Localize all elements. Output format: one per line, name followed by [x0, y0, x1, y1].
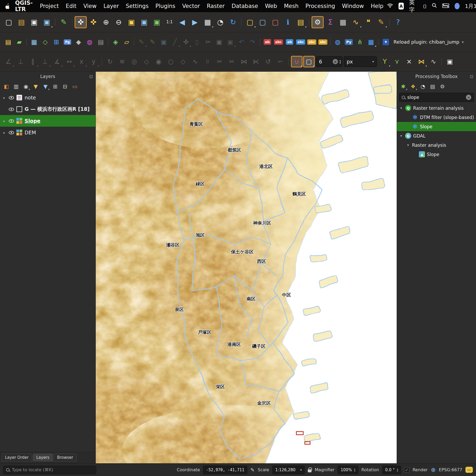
processing-model-button[interactable]: ✱▾	[399, 82, 408, 91]
tab-layer-order[interactable]: Layer Order	[2, 454, 32, 461]
temporal-controller-button[interactable]: ◔	[214, 16, 226, 28]
menu-database[interactable]: Database	[228, 3, 262, 9]
select-by-value-tool[interactable]: ▢	[257, 16, 269, 28]
x-constraint-button[interactable]: x▾	[76, 56, 87, 67]
filter-legend-button[interactable]: ▼	[31, 82, 40, 91]
style-manager-button[interactable]: ✎	[58, 16, 70, 28]
reshape-features-tool[interactable]: ∿	[189, 56, 201, 67]
merge-attributes-tool[interactable]: ⋉	[250, 56, 262, 67]
diagram-options-button[interactable]: abc	[317, 36, 328, 48]
delete-ring-tool[interactable]: ○	[165, 56, 177, 67]
help-button[interactable]: ?	[392, 16, 404, 28]
layer-visibility-eye-icon[interactable]	[9, 108, 14, 111]
rotation-spinbox[interactable]: 0.0 °▴▾	[382, 466, 401, 474]
processing-panel-float-icon[interactable]: ⊡	[470, 74, 473, 79]
merge-features-tool[interactable]: ⋈	[238, 56, 250, 67]
cut-features-button[interactable]: ✂	[203, 36, 214, 48]
add-group-button[interactable]: ▥	[12, 82, 20, 91]
layer-row-g-r-18[interactable]: G — 横浜市行政区画R [18]	[0, 103, 95, 115]
clear-search-icon[interactable]: ×	[466, 95, 471, 100]
processing-history-button[interactable]: ◔	[419, 82, 427, 91]
snapping-toggle-button[interactable]: ∪▾	[291, 56, 303, 67]
add-postgis-layer-button[interactable]: Pg	[62, 36, 73, 48]
label-rotate-button[interactable]: abc	[295, 36, 306, 48]
panel-float-icon[interactable]: ⊡	[89, 74, 93, 79]
current-edits-button[interactable]: ✎▾	[136, 36, 147, 48]
label-change-button[interactable]: abc	[306, 36, 317, 48]
label-pin-button[interactable]: ab	[262, 36, 273, 48]
model-designer-button[interactable]: ⋔	[354, 36, 365, 48]
toggle-editing-button[interactable]: ✎	[147, 36, 158, 48]
manage-map-themes-button[interactable]: ◉▾	[22, 82, 30, 91]
processing-searchbox[interactable]: ×	[399, 93, 474, 102]
save-project-as-button[interactable]: ▣▾	[41, 16, 53, 28]
control-center-icon[interactable]	[442, 3, 449, 9]
tab-layers[interactable]: Layers	[33, 454, 53, 461]
reload-plugin-label[interactable]: Reload plugin: chiban_jump	[393, 39, 459, 45]
metasearch-button[interactable]: ◍	[332, 36, 343, 48]
scale-lock-icon[interactable]	[308, 469, 312, 472]
layer-visibility-eye-icon[interactable]	[9, 96, 14, 99]
menu-edit[interactable]: Edit	[62, 3, 80, 9]
measure-tool[interactable]: ∿▾	[350, 16, 362, 28]
menu-web[interactable]: Web	[262, 3, 281, 9]
open-layer-styling-button[interactable]: ◧	[2, 82, 11, 91]
label-move-button[interactable]: ab	[284, 36, 295, 48]
delete-selected-button[interactable]: ▯	[191, 36, 203, 48]
spotlight-icon[interactable]	[432, 3, 437, 9]
tolerance-stepper[interactable]: ▴▾	[340, 59, 341, 64]
move-feature-tool[interactable]: ✜▾	[180, 36, 191, 48]
toolbox-expand-caret[interactable]: ▾	[406, 143, 410, 147]
toolbox-item-gdal[interactable]: ▾GGDAL	[397, 131, 476, 140]
messages-icon[interactable]: ⋯	[465, 467, 473, 473]
delete-part-tool[interactable]: ◇	[177, 56, 189, 67]
paste-features-button[interactable]: ▣▾	[225, 36, 236, 48]
zoom-out-tool[interactable]: ⊖	[113, 16, 125, 28]
toolbox-expand-caret[interactable]: ▾	[399, 106, 403, 110]
layer-visibility-eye-icon[interactable]	[9, 131, 14, 134]
cad-tools-button[interactable]: ∠▾	[3, 56, 14, 67]
feature-actions-button[interactable]: ▤▾	[295, 16, 307, 28]
add-ring-tool[interactable]: ◎	[129, 56, 140, 67]
toolbox-item-raster-terrain-analysis[interactable]: ▾QRaster terrain analysis	[397, 103, 476, 113]
filter-by-expression-button[interactable]: ▼▾	[41, 82, 50, 91]
zoom-to-layer-button[interactable]: ▣	[151, 16, 163, 28]
construction-mode-button[interactable]: ⊥	[15, 56, 26, 67]
python-console-button[interactable]: Py	[343, 36, 354, 48]
menu-help[interactable]: Help	[367, 3, 387, 9]
angle-constraint-button[interactable]: ∡▾	[51, 56, 63, 67]
annotation-button[interactable]: ✎▾	[375, 16, 387, 28]
parallel-constraint-button[interactable]: ∥▾	[27, 56, 39, 67]
trim-extend-tool[interactable]: ⌐	[274, 56, 286, 67]
layer-row-slope[interactable]: ▸Slope	[0, 115, 95, 127]
copy-features-button[interactable]: ▣	[214, 36, 225, 48]
magnifier-spinbox[interactable]: 100%▴▾	[338, 466, 358, 474]
toolbox-item-dtm-filter-slope-based[interactable]: ✻DTM filter (slope-based)	[397, 113, 476, 122]
add-delimited-text-button[interactable]: ⊞	[51, 36, 62, 48]
zoom-full-button[interactable]: ▣	[125, 16, 138, 28]
avoid-overlap-button[interactable]: ⋈▾	[415, 56, 427, 67]
layer-row-dem[interactable]: ▸DEM	[0, 127, 95, 138]
perpendicular-constraint-button[interactable]: ⊥▾	[39, 56, 51, 67]
save-project-button[interactable]: ▣	[28, 16, 40, 28]
add-wms-layer-button[interactable]: ◍	[84, 36, 95, 48]
menu-mesh[interactable]: Mesh	[281, 3, 302, 9]
save-layer-edits-button[interactable]: ▣	[158, 36, 169, 48]
y-constraint-button[interactable]: y▾	[88, 56, 99, 67]
advanced-digitize-save-button[interactable]: ▣	[444, 56, 456, 67]
layer-visibility-eye-icon[interactable]	[9, 119, 14, 123]
select-features-tool[interactable]: ▢▾	[244, 16, 256, 28]
attribute-table-button[interactable]: ▦	[337, 16, 349, 28]
menu-plugins[interactable]: Plugins	[152, 3, 179, 9]
layer-expand-arrow[interactable]: ▸	[2, 119, 6, 123]
processing-search-input[interactable]	[407, 95, 464, 100]
add-part-tool[interactable]: ◇	[141, 56, 152, 67]
new-map-view-button[interactable]: ▦▾	[202, 16, 214, 28]
new-geopackage-button[interactable]: ◈	[110, 36, 121, 48]
add-vector-layer-button[interactable]: ▰	[14, 36, 25, 48]
distance-constraint-button[interactable]: ↔▾	[63, 56, 75, 67]
offset-curve-tool[interactable]: ))	[202, 56, 213, 67]
menu-processing[interactable]: Processing	[302, 3, 338, 9]
map-tips-button[interactable]: ❝	[362, 16, 374, 28]
wifi-icon[interactable]	[387, 3, 393, 9]
